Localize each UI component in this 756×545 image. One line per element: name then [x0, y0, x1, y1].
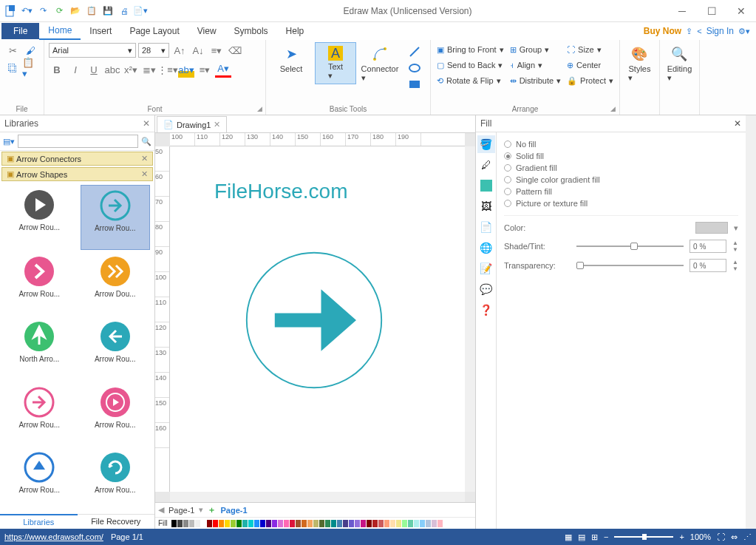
export-icon[interactable]: 📄▾ — [133, 4, 148, 18]
styles-button[interactable]: 🎨 Styles▾ — [624, 42, 655, 86]
palette-swatch[interactable] — [242, 520, 248, 527]
palette-swatch[interactable] — [437, 520, 443, 527]
strike-icon[interactable]: abc — [104, 61, 120, 78]
reload-icon[interactable]: ⟳ — [52, 4, 67, 18]
globe-icon[interactable]: 🌐 — [477, 239, 495, 257]
palette-swatch[interactable] — [189, 520, 194, 527]
canvas-page[interactable]: FileHorse.com — [170, 146, 465, 492]
italic-icon[interactable]: I — [67, 61, 84, 78]
view-mode-icon-3[interactable]: ⊞ — [591, 532, 598, 542]
editing-button[interactable]: 🔍 Editing▾ — [664, 42, 695, 86]
doc-icon[interactable]: 📝 — [477, 260, 495, 277]
bold-icon[interactable]: B — [49, 61, 65, 78]
shape-item[interactable]: Arrow Rou... — [81, 382, 151, 446]
palette-swatch[interactable] — [343, 520, 348, 527]
size-button[interactable]: ⛶Size▾ — [565, 42, 615, 57]
help-icon[interactable]: ❓ — [477, 301, 495, 319]
tab-home[interactable]: Home — [39, 22, 81, 40]
fill-pane-scrollbar[interactable] — [746, 115, 756, 529]
palette-swatch[interactable] — [408, 520, 413, 527]
paste-icon[interactable]: 📋▾ — [22, 60, 38, 76]
palette-swatch[interactable] — [426, 520, 431, 527]
fill-bucket-icon[interactable]: 🪣 — [477, 135, 495, 153]
redo-icon[interactable]: ↷ — [35, 4, 50, 18]
page-tab-left[interactable]: Page-1 — [168, 506, 194, 515]
search-icon[interactable]: 🔍 — [141, 137, 151, 146]
font-family-select[interactable]: Arial▾ — [49, 43, 136, 58]
tab-view[interactable]: View — [188, 23, 225, 39]
shape-item[interactable]: Arrow Rou... — [4, 251, 75, 315]
line-spacing-icon[interactable]: ≡▾ — [208, 42, 225, 58]
palette-swatch[interactable] — [207, 520, 212, 527]
rotate-flip-button[interactable]: ⟲Rotate & Flip▾ — [435, 73, 505, 88]
scrollbar-horizontal[interactable] — [170, 492, 465, 502]
new-icon[interactable] — [3, 4, 18, 18]
palette-swatch[interactable] — [231, 520, 236, 527]
palette-swatch[interactable] — [361, 520, 366, 527]
tab-insert[interactable]: Insert — [81, 23, 120, 39]
close-tab-icon[interactable]: ✕ — [214, 120, 220, 129]
color-picker-button[interactable] — [695, 222, 728, 234]
picture-icon[interactable]: 🖼 — [477, 197, 495, 215]
shape-item[interactable]: Arrow Rou... — [4, 447, 75, 511]
open-icon[interactable]: 📂 — [68, 4, 83, 18]
palette-swatch[interactable] — [384, 520, 389, 527]
distribute-button[interactable]: ⇹Distribute▾ — [508, 73, 562, 88]
rect-shape-icon[interactable] — [408, 78, 421, 91]
palette-swatch[interactable] — [396, 520, 401, 527]
close-icon[interactable]: ✕ — [734, 118, 741, 129]
line-shape-icon[interactable] — [408, 45, 421, 58]
share2-icon[interactable]: < — [697, 27, 701, 35]
close-icon[interactable]: ✕ — [141, 169, 148, 179]
decrease-font-icon[interactable]: A↓ — [190, 42, 206, 58]
maximize-button[interactable]: ☐ — [697, 0, 726, 22]
transparency-slider[interactable] — [576, 265, 684, 266]
sign-in-link[interactable]: Sign In — [706, 26, 734, 36]
fill-option[interactable]: Gradient fill — [504, 162, 738, 174]
shape-item[interactable]: Arrow Rou... — [4, 185, 75, 250]
align-button[interactable]: ⫞Align▾ — [508, 58, 562, 72]
minimize-button[interactable]: ─ — [667, 0, 697, 22]
clear-format-icon[interactable]: ⌫ — [227, 42, 243, 58]
paste-icon[interactable]: 📋 — [84, 4, 99, 18]
palette-swatch[interactable] — [307, 520, 313, 527]
numbering-icon[interactable]: ⋮≡▾ — [160, 61, 176, 78]
comment-icon[interactable]: 💬 — [477, 280, 495, 298]
arrange-dialog-launcher[interactable]: ◢ — [609, 104, 618, 113]
palette-swatch[interactable] — [260, 520, 265, 527]
library-search-input[interactable] — [18, 135, 138, 148]
increase-font-icon[interactable]: A↑ — [171, 42, 188, 58]
print-icon[interactable]: 🖨 — [117, 4, 132, 18]
fill-option[interactable]: No fill — [504, 138, 738, 150]
copy-icon[interactable]: ⿻ — [4, 60, 21, 76]
file-recovery-tab[interactable]: File Recovery — [78, 515, 155, 529]
palette-swatch[interactable] — [319, 520, 324, 527]
fit-width-icon[interactable]: ⇔ — [731, 532, 738, 542]
tab-file[interactable]: File — [1, 23, 39, 39]
palette-swatch[interactable] — [219, 520, 224, 527]
shade-slider[interactable] — [576, 246, 684, 247]
tab-page-layout[interactable]: Page Layout — [120, 23, 188, 39]
palette-swatch[interactable] — [372, 520, 378, 527]
palette-swatch[interactable] — [278, 520, 283, 527]
close-icon[interactable]: ✕ — [141, 154, 148, 163]
palette-swatch[interactable] — [177, 520, 183, 527]
zoom-out-icon[interactable]: − — [604, 532, 608, 541]
pen-icon[interactable]: 🖊 — [477, 156, 495, 174]
palette-swatch[interactable] — [236, 520, 242, 527]
category-arrow-connectors[interactable]: ▣ Arrow Connectors ✕ — [1, 152, 153, 166]
palette-swatch[interactable] — [266, 520, 271, 527]
palette-swatch[interactable] — [302, 520, 307, 527]
shape-item[interactable]: Arrow Rou... — [81, 447, 151, 511]
font-size-select[interactable]: 28▾ — [138, 43, 169, 58]
zoom-slider[interactable] — [614, 536, 673, 538]
palette-swatch[interactable] — [432, 520, 437, 527]
shape-item[interactable]: Arrow Rou... — [81, 185, 151, 250]
connector-tool[interactable]: Connector▾ — [359, 42, 401, 86]
scrollbar-vertical[interactable] — [465, 146, 475, 492]
palette-swatch[interactable] — [272, 520, 277, 527]
fill-option[interactable]: Solid fill — [504, 150, 738, 162]
palette-swatch[interactable] — [201, 520, 206, 527]
fill-option[interactable]: Picture or texture fill — [504, 197, 738, 209]
shape-item[interactable]: Arrow Rou... — [81, 316, 151, 380]
